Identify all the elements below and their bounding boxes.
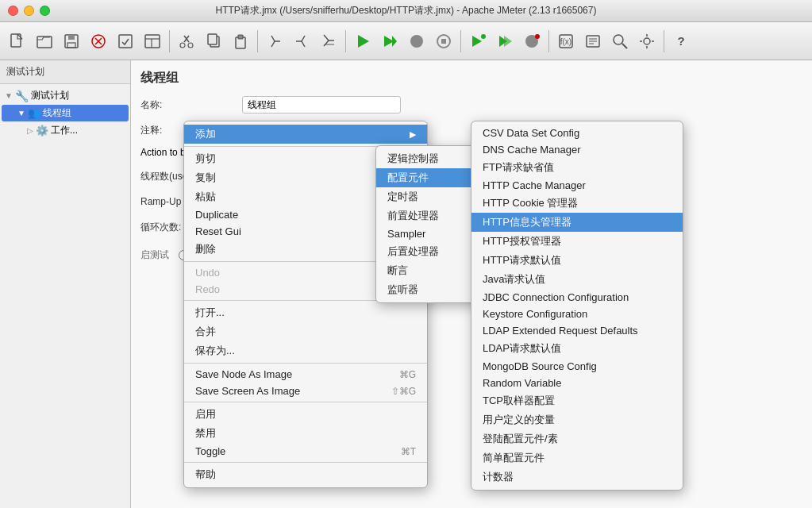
ctx-toggle-label: Toggle [195, 445, 225, 457]
toolbar-sep-2 [257, 30, 258, 52]
ctx-ftp-label: FTP请求缺省值 [483, 160, 554, 175]
ctx-ldap-default-item[interactable]: LDAP请求默认值 [471, 339, 683, 358]
ctx-open-item[interactable]: 打开... [184, 303, 427, 322]
ctx-java-req-item[interactable]: Java请求认值 [471, 270, 683, 289]
ctx-pre-processor-label: 前置处理器 [387, 209, 439, 223]
ctx-http-header-item[interactable]: HTTP信息头管理器 [471, 213, 683, 232]
remote-start-all-button[interactable] [492, 27, 518, 56]
toolbar-settings-button[interactable] [634, 27, 660, 56]
ctx-add-item[interactable]: 添加 ▶ [184, 125, 427, 144]
stop-button[interactable] [404, 27, 429, 56]
ctx-add-label: 添加 [195, 127, 216, 141]
tree-item-test-plan[interactable]: ▼ 🔧 测试计划 [0, 87, 130, 104]
remote-start-button[interactable] [465, 27, 491, 56]
main-area: 测试计划 ▼ 🔧 测试计划 ▼ 👥 线程组 ▷ ⚙️ 工作... 线程组 名 [0, 60, 812, 508]
name-input[interactable] [242, 96, 401, 114]
ctx-undo-label: Undo [195, 267, 220, 279]
ctx-resetgui-label: Reset Gui [195, 225, 241, 237]
ctx-user-var-item[interactable]: 用户定义的变量 [471, 410, 683, 429]
sidebar: 测试计划 ▼ 🔧 测试计划 ▼ 👥 线程组 ▷ ⚙️ 工作... [0, 60, 131, 508]
close-button[interactable] [8, 6, 18, 16]
ctx-save-node-item[interactable]: Save Node As Image ⌘G [184, 366, 427, 383]
ctx-toggle-item[interactable]: Toggle ⌘T [184, 443, 427, 460]
ctx-ftp-item[interactable]: FTP请求缺省值 [471, 158, 683, 177]
ctx-simple-config-item[interactable]: 简单配置元件 [471, 448, 683, 468]
svg-text:f(x): f(x) [560, 37, 571, 46]
help-button[interactable]: ? [668, 27, 694, 56]
start-button[interactable] [350, 27, 375, 56]
ctx-ldap-ext-item[interactable]: LDAP Extended Request Defaults [471, 322, 683, 339]
ctx-logic-controller-label: 逻辑控制器 [387, 152, 439, 166]
start-test-label: 启测试 [140, 248, 169, 262]
ctx-counter-item[interactable]: 计数器 [471, 468, 683, 487]
ctx-save-screen-item[interactable]: Save Screen As Image ⇧⌘G [184, 383, 427, 399]
expand-all-button[interactable] [316, 27, 341, 56]
copy-button[interactable] [201, 27, 226, 56]
ctx-keystore-item[interactable]: Keystore Configuration [471, 306, 683, 322]
ctx-login-config-item[interactable]: 登陆配置元件/素 [471, 429, 683, 448]
ctx-help-label: 帮助 [195, 468, 216, 482]
ctx-tcp-item[interactable]: TCP取样器配置 [471, 391, 683, 410]
svg-point-35 [535, 34, 540, 39]
ctx-disable-item[interactable]: 禁用 [184, 424, 427, 443]
svg-rect-29 [441, 39, 446, 44]
window-controls [8, 6, 50, 16]
ctx-http-req-default-item[interactable]: HTTP请求默认值 [471, 251, 683, 270]
content-title: 线程组 [140, 70, 802, 87]
work-label: 工作... [51, 124, 78, 137]
svg-rect-8 [119, 35, 132, 48]
tree-item-thread-group[interactable]: ▼ 👥 线程组 [2, 105, 129, 121]
ctx-jdbc-item[interactable]: JDBC Connection Configuration [471, 289, 683, 306]
templates-button[interactable] [140, 27, 165, 56]
start-no-pause-button[interactable] [377, 27, 402, 56]
ctx-dns-item[interactable]: DNS Cache Manager [471, 141, 683, 158]
search-button[interactable] [607, 27, 633, 56]
remote-stop-button[interactable] [519, 27, 545, 56]
ctx-http-cache-item[interactable]: HTTP Cache Manager [471, 177, 683, 194]
ctx-http-req-default-label: HTTP请求默认值 [483, 253, 561, 267]
collapse-button[interactable] [289, 27, 314, 56]
shutdown-button[interactable] [431, 27, 456, 56]
thread-group-label: 线程组 [43, 106, 71, 120]
new-button[interactable] [5, 27, 30, 56]
ctx-toggle-shortcut: ⌘T [401, 446, 416, 457]
svg-point-44 [644, 38, 650, 44]
expand-icon-plan: ▼ [5, 91, 13, 100]
ctx-mongodb-item[interactable]: MongoDB Source Config [471, 358, 683, 375]
svg-point-31 [481, 34, 486, 39]
svg-point-14 [180, 43, 185, 48]
save-button[interactable] [59, 27, 84, 56]
expand-icon-work: ▷ [27, 126, 33, 135]
toolbar-sep-1 [169, 30, 170, 52]
ctx-assertion-label: 断言 [387, 264, 408, 278]
open-button[interactable] [32, 27, 57, 56]
ctx-csv-item[interactable]: CSV Data Set Config [471, 125, 683, 141]
ctx-http-cookie-label: HTTP Cookie 管理器 [483, 196, 578, 210]
save2-button[interactable] [113, 27, 138, 56]
close-file-button[interactable] [86, 27, 111, 56]
ctx-random-var-item[interactable]: Random Variable [471, 375, 683, 391]
ctx-enable-item[interactable]: 启用 [184, 405, 427, 424]
cut-button[interactable] [174, 27, 199, 56]
form-row-name: 名称: [140, 96, 802, 114]
svg-rect-19 [238, 35, 243, 39]
ctx-saveas-item[interactable]: 保存为... [184, 341, 427, 360]
svg-point-15 [188, 43, 193, 48]
ctx-http-auth-item[interactable]: HTTP授权管理器 [471, 232, 683, 251]
expand-button[interactable] [262, 27, 287, 56]
ctx-keystore-label: Keystore Configuration [483, 308, 587, 320]
ctx-http-cookie-item[interactable]: HTTP Cookie 管理器 [471, 194, 683, 213]
ctx-help-item[interactable]: 帮助 [184, 465, 427, 484]
tree-item-work[interactable]: ▷ ⚙️ 工作... [0, 122, 130, 139]
expand-icon-thread: ▼ [17, 109, 25, 117]
log-viewer-button[interactable] [580, 27, 606, 56]
ctx-counter-label: 计数器 [483, 470, 514, 484]
maximize-button[interactable] [40, 6, 50, 16]
function-helper-button[interactable]: f(x) [553, 27, 579, 56]
ctx-sampler-label: Sampler [387, 228, 425, 240]
ctx-save-screen-label: Save Screen As Image [195, 385, 300, 397]
ctx-merge-item[interactable]: 合并 [184, 322, 427, 341]
paste-button[interactable] [228, 27, 253, 56]
ctx-login-config-label: 登陆配置元件/素 [483, 432, 558, 446]
minimize-button[interactable] [24, 6, 34, 16]
